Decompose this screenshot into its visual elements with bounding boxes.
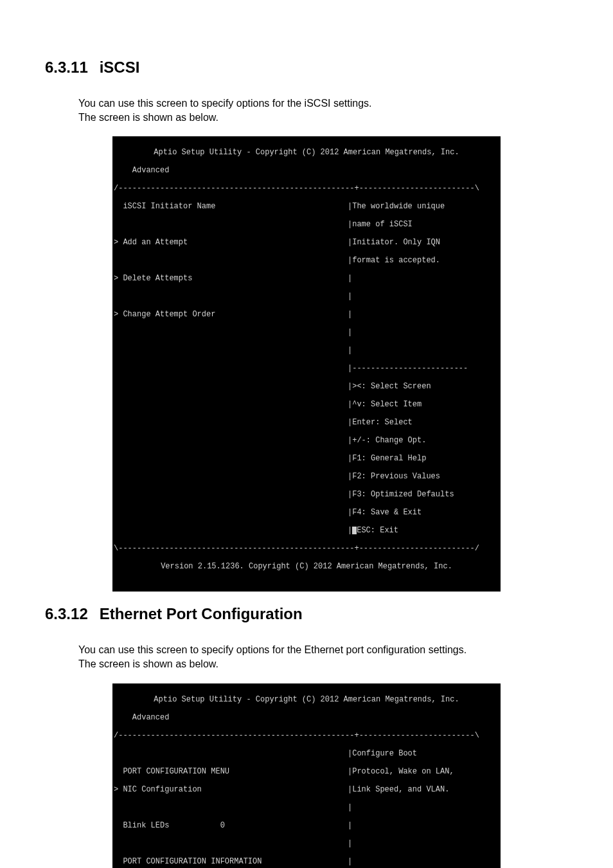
bios-help: | bbox=[348, 274, 499, 283]
page: 6.3.11 iSCSI You can use this screen to … bbox=[0, 0, 613, 868]
bios-left bbox=[114, 400, 348, 409]
section-heading-ethernet: 6.3.12 Ethernet Port Configuration bbox=[45, 603, 568, 625]
bios-left: > Delete Attempts bbox=[114, 274, 348, 283]
bios-help: |F1: General Help bbox=[348, 454, 499, 463]
bios-left bbox=[114, 328, 348, 337]
para: The screen is shown as below. bbox=[78, 658, 218, 669]
section-title: iSCSI bbox=[100, 59, 140, 76]
section-number: 6.3.12 bbox=[45, 603, 95, 625]
bios-left: PORT CONFIGURATION INFORMATION bbox=[114, 857, 348, 866]
para: You can use this screen to specify optio… bbox=[78, 644, 466, 655]
bios-help: |------------------------- bbox=[348, 364, 499, 373]
bios-left bbox=[114, 749, 348, 758]
bios-help: |Initiator. Only IQN bbox=[348, 238, 499, 247]
bios-help: | bbox=[348, 821, 499, 830]
bios-left bbox=[114, 526, 348, 535]
esc-text: ESC: Exit bbox=[357, 526, 398, 535]
section-heading-iscsi: 6.3.11 iSCSI bbox=[45, 57, 568, 78]
bios-divider: /---------------------------------------… bbox=[114, 731, 499, 740]
bios-left bbox=[114, 418, 348, 427]
bios-left: iSCSI Initiator Name bbox=[114, 202, 348, 211]
bios-help: | bbox=[348, 803, 499, 812]
bios-help: |ESC: Exit bbox=[348, 526, 499, 535]
bios-footer: Version 2.15.1236. Copyright (C) 2012 Am… bbox=[114, 562, 499, 571]
section-body: You can use this screen to specify optio… bbox=[78, 643, 568, 672]
bios-help: |F4: Save & Exit bbox=[348, 508, 499, 517]
bios-left bbox=[114, 454, 348, 463]
para: You can use this screen to specify optio… bbox=[78, 98, 372, 109]
bios-left bbox=[114, 364, 348, 373]
bios-left bbox=[114, 256, 348, 265]
bios-help: |Enter: Select bbox=[348, 418, 499, 427]
bios-left bbox=[114, 803, 348, 812]
bios-left bbox=[114, 382, 348, 391]
bios-help: |Protocol, Wake on LAN, bbox=[348, 767, 499, 776]
bios-help: | bbox=[348, 857, 499, 866]
section-title: Ethernet Port Configuration bbox=[100, 605, 303, 622]
bios-left bbox=[114, 472, 348, 481]
bios-left bbox=[114, 292, 348, 301]
bios-left bbox=[114, 508, 348, 517]
bios-left: PORT CONFIGURATION MENU bbox=[114, 767, 348, 776]
bios-left bbox=[114, 490, 348, 499]
bios-help: | bbox=[348, 292, 499, 301]
bios-left: > Change Attempt Order bbox=[114, 310, 348, 319]
bios-left: Blink LEDs 0 bbox=[114, 821, 348, 830]
bios-left: > NIC Configuration bbox=[114, 785, 348, 794]
bios-divider: \---------------------------------------… bbox=[114, 544, 499, 553]
bios-screenshot-ethernet: Aptio Setup Utility - Copyright (C) 2012… bbox=[112, 683, 501, 868]
section-number: 6.3.11 bbox=[45, 57, 95, 78]
bios-header: Aptio Setup Utility - Copyright (C) 2012… bbox=[114, 695, 499, 704]
bios-help: |Link Speed, and VLAN. bbox=[348, 785, 499, 794]
section-body: You can use this screen to specify optio… bbox=[78, 96, 568, 125]
bios-help: | bbox=[348, 310, 499, 319]
bios-help: |Configure Boot bbox=[348, 749, 499, 758]
bios-left: > Add an Attempt bbox=[114, 238, 348, 247]
bios-header: Aptio Setup Utility - Copyright (C) 2012… bbox=[114, 148, 499, 157]
bios-screenshot-iscsi: Aptio Setup Utility - Copyright (C) 2012… bbox=[112, 136, 501, 592]
bios-left bbox=[114, 436, 348, 445]
bios-tab: Advanced bbox=[114, 713, 499, 722]
bios-help: |The worldwide unique bbox=[348, 202, 499, 211]
bios-help: |F3: Optimized Defaults bbox=[348, 490, 499, 499]
bios-help: |><: Select Screen bbox=[348, 382, 499, 391]
bios-help: |name of iSCSI bbox=[348, 220, 499, 229]
bios-help: |+/-: Change Opt. bbox=[348, 436, 499, 445]
bios-help: | bbox=[348, 328, 499, 337]
para: The screen is shown as below. bbox=[78, 112, 218, 123]
bios-divider: /---------------------------------------… bbox=[114, 184, 499, 193]
bios-help: |F2: Previous Values bbox=[348, 472, 499, 481]
bios-left bbox=[114, 839, 348, 848]
bios-help: |format is accepted. bbox=[348, 256, 499, 265]
bios-help: |^v: Select Item bbox=[348, 400, 499, 409]
bios-tab: Advanced bbox=[114, 166, 499, 175]
bios-left bbox=[114, 346, 348, 355]
bios-help: | bbox=[348, 839, 499, 848]
bios-help: | bbox=[348, 346, 499, 355]
bios-left bbox=[114, 220, 348, 229]
